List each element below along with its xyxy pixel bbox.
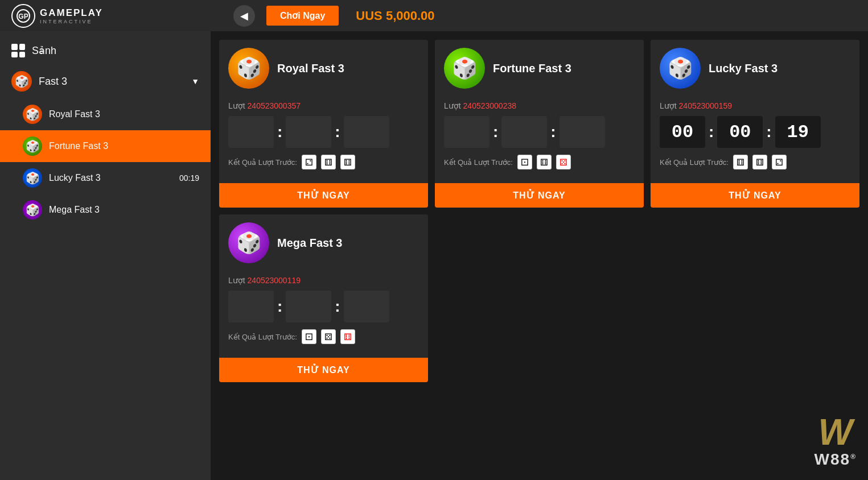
chevron-down-icon: ▼	[191, 77, 199, 86]
w88-logo-w: W	[814, 414, 857, 450]
mega-luot: Lượt 240523000119	[228, 276, 419, 285]
fortune-prev: Kết Quả Lượt Trước: ⚀ ⚅ ⚄	[444, 155, 635, 169]
lucky-luot-number: 240523000159	[679, 101, 732, 110]
card-body-lucky: Lượt 240523000159 00 : 00 : 19 Kết Quả L…	[651, 97, 859, 183]
card-lucky: 🎲 Lucky Fast 3 Lượt 240523000159 00 : 00…	[651, 40, 859, 208]
lucky-dice-1: ⚅	[733, 155, 748, 169]
mega-h	[228, 291, 274, 322]
category-label: Fast 3	[39, 76, 67, 88]
sidebar: Sảnh 🎲 Fast 3 ▼ 🎲 Royal Fast 3 🎲 Fortune…	[0, 31, 211, 480]
royal-icon: 🎲	[23, 105, 42, 124]
mega-try-button[interactable]: THỬ NGAY	[219, 358, 428, 382]
royal-luot-number: 240523000357	[248, 101, 301, 110]
mega-title: Mega Fast 3	[277, 237, 342, 250]
lucky-luot: Lượt 240523000159	[660, 101, 850, 110]
lucky-timer: 00:19	[179, 173, 199, 183]
fortune-title: Fortune Fast 3	[493, 62, 571, 75]
fortune-h	[444, 116, 489, 148]
royal-m	[286, 116, 331, 148]
mega-prev-label: Kết Quả Lượt Trước:	[228, 333, 297, 341]
lucky-title: Lucky Fast 3	[709, 62, 778, 75]
mega-dice-3: ⚅	[340, 329, 355, 344]
card-header-lucky: 🎲 Lucky Fast 3	[651, 40, 859, 97]
royal-h	[228, 116, 274, 148]
fortune-label: Fortune Fast 3	[49, 141, 199, 151]
mega-prev: Kết Quả Lượt Trước: ⚀ ⚄ ⚅	[228, 329, 419, 344]
sidebar-item-royal[interactable]: 🎲 Royal Fast 3	[0, 98, 211, 130]
royal-game-icon: 🎲	[228, 48, 269, 89]
sidebar-item-mega[interactable]: 🎲 Mega Fast 3	[0, 194, 211, 226]
logo-circle: GP	[11, 4, 35, 28]
royal-dice-2: ⚅	[321, 155, 336, 169]
w88-watermark: W W88®	[814, 414, 857, 469]
fortune-game-icon: 🎲	[444, 48, 485, 89]
mega-dice-2: ⚄	[321, 329, 336, 344]
top-bar: GP GAMEPLAY INTERACTIVE ◀ Chơi Ngay UUS …	[0, 0, 868, 31]
mega-s	[344, 291, 389, 322]
play-now-button[interactable]: Chơi Ngay	[266, 6, 339, 26]
lucky-prev: Kết Quả Lượt Trước: ⚅ ⚅ ⚁	[660, 155, 850, 169]
lucky-try-button[interactable]: THỬ NGAY	[651, 183, 859, 208]
mega-label: Mega Fast 3	[49, 205, 199, 215]
royal-label: Royal Fast 3	[49, 109, 199, 119]
lobby-label: Sảnh	[32, 44, 56, 57]
svg-text:GP: GP	[18, 13, 28, 20]
logo-text: GAMEPLAY INTERACTIVE	[40, 7, 103, 24]
mega-m	[286, 291, 331, 322]
royal-s	[344, 116, 389, 148]
sidebar-item-fortune[interactable]: 🎲 Fortune Fast 3	[0, 130, 211, 162]
mega-countdown: : :	[228, 291, 419, 322]
fortune-icon: 🎲	[23, 136, 42, 156]
lucky-game-icon: 🎲	[660, 48, 701, 89]
fortune-s	[560, 116, 605, 148]
lucky-dice-3: ⚁	[772, 155, 787, 169]
card-fortune: 🎲 Fortune Fast 3 Lượt 240523000238 : : K…	[435, 40, 644, 208]
card-royal: 🎲 Royal Fast 3 Lượt 240523000357 : : Kết…	[219, 40, 428, 208]
card-header-mega: 🎲 Mega Fast 3	[219, 214, 428, 271]
lucky-h: 00	[660, 116, 705, 148]
sidebar-lobby-item[interactable]: Sảnh	[0, 37, 211, 64]
lucky-label: Lucky Fast 3	[49, 173, 172, 183]
main-layout: Sảnh 🎲 Fast 3 ▼ 🎲 Royal Fast 3 🎲 Fortune…	[0, 31, 868, 480]
content-area: 🎲 Royal Fast 3 Lượt 240523000357 : : Kết…	[211, 31, 868, 480]
mega-dice-1: ⚀	[302, 329, 316, 344]
card-body-mega: Lượt 240523000119 : : Kết Quả Lượt Trước…	[219, 271, 428, 358]
card-body-fortune: Lượt 240523000238 : : Kết Quả Lượt Trước…	[435, 97, 644, 183]
lucky-icon: 🎲	[23, 168, 42, 188]
fortune-luot-number: 240523000238	[463, 101, 516, 110]
fortune-luot: Lượt 240523000238	[444, 101, 635, 110]
category-icon: 🎲	[11, 71, 32, 92]
card-header-fortune: 🎲 Fortune Fast 3	[435, 40, 644, 97]
back-button[interactable]: ◀	[233, 5, 255, 27]
fortune-dice-3: ⚄	[556, 155, 571, 169]
card-body-royal: Lượt 240523000357 : : Kết Quả Lượt Trước…	[219, 97, 428, 183]
category-left: 🎲 Fast 3	[11, 71, 67, 92]
sidebar-item-lucky[interactable]: 🎲 Lucky Fast 3 00:19	[0, 162, 211, 194]
balance-display: UUS 5,000.00	[356, 9, 434, 23]
royal-prev-label: Kết Quả Lượt Trước:	[228, 158, 297, 167]
royal-dice-1: ⚁	[302, 155, 316, 169]
royal-prev: Kết Quả Lượt Trước: ⚁ ⚅ ⚅	[228, 155, 419, 169]
fortune-dice-2: ⚅	[537, 155, 552, 169]
mega-icon: 🎲	[23, 200, 42, 220]
card-header-royal: 🎲 Royal Fast 3	[219, 40, 428, 97]
lucky-m: 00	[717, 116, 763, 148]
lucky-prev-label: Kết Quả Lượt Trước:	[660, 158, 729, 167]
mega-luot-number: 240523000119	[248, 276, 301, 285]
fortune-countdown: : :	[444, 116, 635, 148]
w88-logo-text: W88®	[814, 450, 857, 469]
lucky-countdown: 00 : 00 : 19	[660, 116, 850, 148]
sidebar-category-fast3[interactable]: 🎲 Fast 3 ▼	[0, 64, 211, 98]
fortune-m	[501, 116, 547, 148]
royal-dice-3: ⚅	[340, 155, 355, 169]
fortune-try-button[interactable]: THỬ NGAY	[435, 183, 644, 208]
royal-countdown: : :	[228, 116, 419, 148]
card-mega: 🎲 Mega Fast 3 Lượt 240523000119 : : Kết …	[219, 214, 428, 382]
fortune-dice-1: ⚀	[517, 155, 532, 169]
royal-try-button[interactable]: THỬ NGAY	[219, 183, 428, 208]
royal-luot: Lượt 240523000357	[228, 101, 419, 110]
lucky-dice-2: ⚅	[752, 155, 767, 169]
fortune-prev-label: Kết Quả Lượt Trước:	[444, 158, 513, 167]
logo-area: GP GAMEPLAY INTERACTIVE	[11, 4, 222, 28]
mega-game-icon: 🎲	[228, 222, 269, 263]
